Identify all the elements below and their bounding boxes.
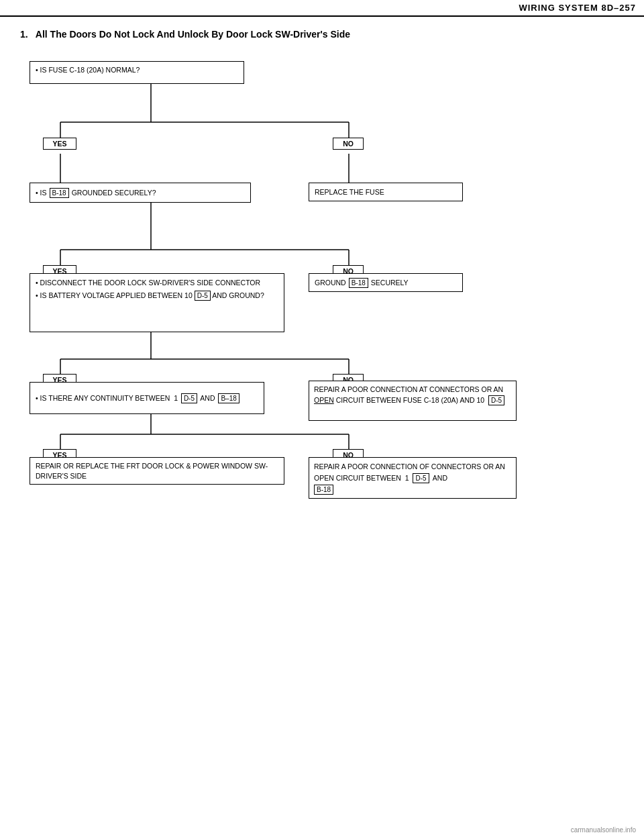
b18-ref-2: B-18 bbox=[349, 278, 368, 288]
flowchart: • IS FUSE C-18 (20A) NORMAL? YES NO REPL… bbox=[20, 52, 610, 495]
section-title: 1. All The Doors Do Not Lock And Unlock … bbox=[20, 29, 624, 40]
repair-open-circuit-box: REPAIR A POOR CONNECTION OF CONNECTORS O… bbox=[309, 457, 517, 499]
d5-ref-1: D-5 bbox=[195, 291, 211, 301]
watermark: carmanualsonline.info bbox=[571, 826, 636, 834]
repair-poor-conn-box: REPAIR A POOR CONNECTION AT CONNECTORS O… bbox=[309, 381, 517, 421]
page-header: WIRING SYSTEM 8D–257 bbox=[0, 0, 644, 17]
replace-fuse-text: REPLACE THE FUSE bbox=[315, 187, 384, 197]
no1-label: NO bbox=[333, 138, 364, 150]
yes1-label: YES bbox=[43, 138, 76, 150]
repair-replace-box: REPAIR OR REPLACE THE FRT DOOR LOCK & PO… bbox=[30, 457, 284, 485]
d5-ref-4: D-5 bbox=[413, 473, 429, 483]
section-heading: All The Doors Do Not Lock And Unlock By … bbox=[36, 29, 350, 40]
ground-securely-box: GROUND B-18 SECURELY bbox=[309, 273, 463, 292]
fuse-question-box: • IS FUSE C-18 (20A) NORMAL? bbox=[30, 61, 244, 84]
ground-question-box: • IS B-18 GROUNDED SECURELY? bbox=[30, 183, 251, 203]
d5-ref-2: D-5 bbox=[488, 395, 504, 405]
main-content: 1. All The Doors Do Not Lock And Unlock … bbox=[0, 22, 644, 501]
section-number: 1. bbox=[20, 29, 28, 40]
repair-replace-text: REPAIR OR REPLACE THE FRT DOOR LOCK & PO… bbox=[36, 462, 268, 480]
fuse-question-text: IS FUSE C-18 (20A) NORMAL? bbox=[40, 66, 140, 74]
d5-ref-3: D-5 bbox=[181, 393, 197, 403]
disconnect-text-1: DISCONNECT THE DOOR LOCK SW-DRIVER'S SID… bbox=[40, 278, 261, 288]
b18-ref-1: B-18 bbox=[50, 188, 69, 198]
continuity-box: • IS THERE ANY CONTINUITY BETWEEN 1 D-5 … bbox=[30, 382, 264, 414]
disconnect-box: • DISCONNECT THE DOOR LOCK SW-DRIVER'S S… bbox=[30, 273, 284, 332]
b18-ref-4: B-18 bbox=[314, 485, 333, 495]
b18-ref-3: B–18 bbox=[218, 393, 239, 403]
replace-fuse-box: REPLACE THE FUSE bbox=[309, 183, 463, 201]
page-title: WIRING SYSTEM 8D–257 bbox=[519, 3, 636, 13]
